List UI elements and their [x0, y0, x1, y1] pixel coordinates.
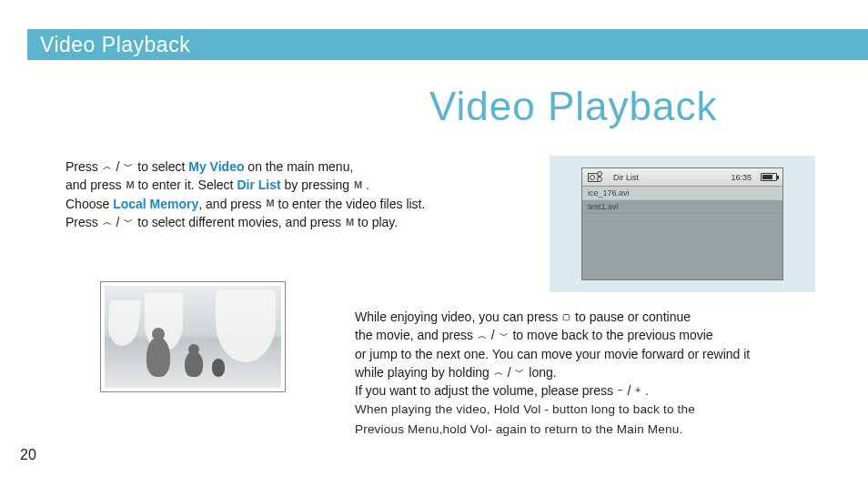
text: / [113, 215, 124, 229]
text: to move back to the previous movie [510, 328, 713, 342]
down-chevron-icon: ﹀ [499, 331, 510, 340]
device-screen: Dir List 16:35 ice_176.avi test1.avi [581, 167, 783, 280]
down-chevron-icon: ﹀ [514, 368, 525, 377]
page-title: Video Playback [429, 84, 718, 129]
text: to pause or continue [571, 309, 691, 324]
device-screenshot-frame: Dir List 16:35 ice_176.avi test1.avi [550, 156, 815, 292]
text: long. [525, 365, 556, 380]
up-chevron-icon: ︿ [493, 368, 504, 377]
up-chevron-icon: ︿ [102, 218, 113, 227]
instructions-paragraph-2: While enjoying video, you can press ▢ to… [355, 308, 828, 439]
text: Press [66, 159, 102, 174]
text: by pressing [281, 178, 353, 192]
text: Press [66, 215, 102, 229]
file-row: test1.avi [582, 200, 782, 214]
down-chevron-icon: ﹀ [123, 162, 134, 171]
text: to enter it. Select [135, 178, 237, 192]
up-chevron-icon: ︿ [477, 331, 488, 340]
header-bar: Video Playback [27, 29, 868, 60]
text: / [624, 383, 635, 398]
plus-icon: + [634, 386, 641, 395]
text: to select [134, 159, 188, 174]
text: or jump to the next one. You can move yo… [355, 347, 750, 361]
text: while playing by holding [355, 365, 493, 380]
device-time: 16:35 [731, 173, 752, 182]
instructions-paragraph-1: Press ︿ / ﹀ to select My Video on the ma… [66, 157, 557, 231]
m-button-icon: M [353, 180, 362, 190]
up-chevron-icon: ︿ [102, 162, 113, 171]
header-title: Video Playback [40, 33, 190, 57]
camera-icon [588, 172, 604, 183]
text: to select different movies, and press [134, 215, 345, 229]
pause-square-icon: ▢ [561, 313, 571, 321]
text: . [641, 383, 649, 398]
text: . [362, 178, 369, 192]
illustration-image [105, 286, 281, 388]
text: and press [66, 178, 125, 192]
text: / [488, 328, 499, 342]
text: / [113, 159, 124, 174]
text: the movie, and press [355, 328, 477, 342]
m-button-icon: M [125, 180, 134, 190]
minus-icon: – [617, 386, 624, 395]
m-button-icon: M [345, 218, 354, 228]
device-header: Dir List 16:35 [582, 168, 782, 187]
text: If you want to adjust the volume, please… [355, 383, 617, 398]
m-button-icon: M [265, 198, 274, 208]
highlight-local-memory: Local Memory [113, 197, 198, 211]
device-title: Dir List [613, 173, 639, 182]
illustration-frame [100, 281, 286, 392]
text: / [504, 365, 515, 380]
page-number: 20 [20, 447, 36, 463]
text: While enjoying video, you can press [355, 309, 561, 324]
text: on the main menu, [244, 159, 353, 174]
text: to enter the video files list. [275, 197, 426, 211]
highlight-my-video: My Video [188, 159, 244, 174]
text: Choose [66, 197, 113, 211]
down-chevron-icon: ﹀ [123, 218, 134, 227]
hold-note: When playing the video, Hold Vol - butto… [355, 402, 695, 435]
battery-icon [761, 173, 777, 181]
text: to play. [354, 215, 398, 229]
highlight-dir-list: Dir List [237, 178, 280, 192]
text: , and press [198, 197, 265, 211]
file-row: ice_176.avi [582, 187, 782, 200]
